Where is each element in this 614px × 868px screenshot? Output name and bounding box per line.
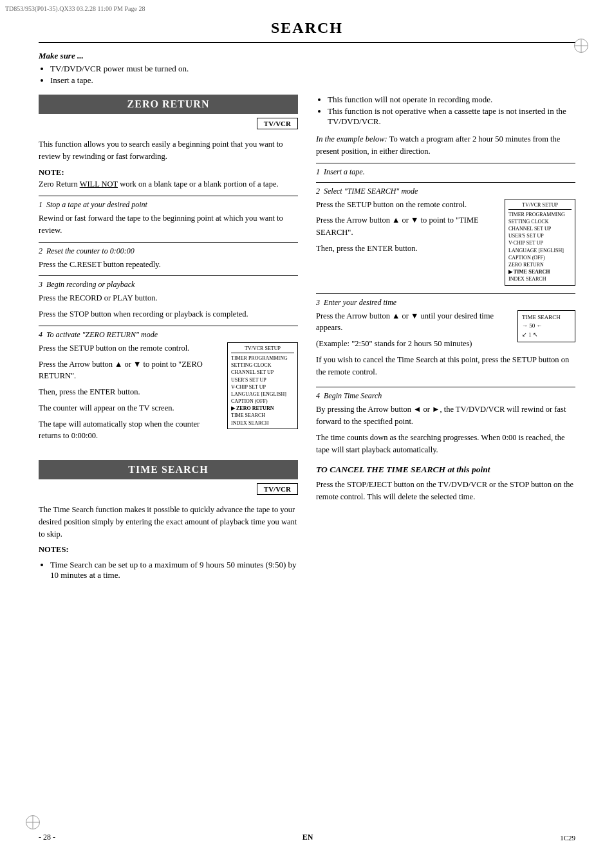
cancel-body: Press the STOP/EJECT button on the TV/DV…: [316, 479, 575, 503]
time-search-menu-box: TV/VCR SETUP TIMER PROGRAMMING SETTING C…: [505, 199, 575, 286]
ts-step-4: 4 Begin Time Search By pressing the Arro…: [316, 387, 575, 456]
step3-body1: Press the RECORD or PLAY button.: [39, 292, 298, 304]
crosshair-top-right: [574, 39, 588, 53]
cancel-heading: TO CANCEL THE TIME SEARCH at this point: [316, 465, 575, 475]
ts-menu-item: V-CHIP SET UP: [508, 239, 572, 246]
right-column: This function will not operate in record…: [316, 95, 575, 589]
step3-title: 3 Begin recording or playback: [39, 280, 298, 290]
step1-body: Rewind or fast forward the tape to the b…: [39, 212, 298, 237]
ts-step4-title: 4 Begin Time Search: [316, 391, 575, 401]
zero-return-step-1: 1 Stop a tape at your desired point Rewi…: [39, 196, 298, 237]
ts-step1-title: 1 Insert a tape.: [316, 167, 575, 177]
zero-return-badge-container: TV/VCR: [39, 118, 298, 134]
ts-step-3: 3 Enter your desired time TIME SEARCH → …: [316, 293, 575, 382]
ts-step-1: 1 Insert a tape.: [316, 163, 575, 177]
ts-step2-title: 2 Select "TIME SEARCH" mode: [316, 187, 575, 196]
prerequisite-item: Insert a tape.: [50, 75, 575, 86]
step1-title: 1 Stop a tape at your desired point: [39, 200, 298, 210]
example-intro-label: In the example below:: [316, 134, 387, 143]
crosshair-bottom-left: [26, 815, 40, 829]
time-search-intro: The Time Search function makes it possib…: [39, 504, 298, 540]
time-display-line1: TIME SEARCH: [522, 313, 571, 322]
zero-return-badge: TV/VCR: [257, 118, 298, 129]
menu-item: INDEX SEARCH: [231, 420, 294, 427]
time-search-badge: TV/VCR: [257, 483, 298, 495]
time-display-box: TIME SEARCH → 50 ← ↙ 1 ↖: [517, 310, 575, 343]
left-column: ZERO RETURN TV/VCR This function allows …: [39, 95, 298, 589]
notes-label: NOTES:: [39, 545, 69, 554]
footer-code: 1C29: [560, 834, 575, 842]
ts-menu-item: INDEX SEARCH: [508, 275, 572, 282]
zero-return-intro: This function allows you to search easil…: [39, 138, 298, 163]
zero-return-note-label: NOTE: Zero Return WILL NOT work on a bla…: [39, 167, 298, 191]
will-not: WILL NOT: [80, 180, 118, 189]
page-footer: - 28 - EN 1C29: [0, 833, 614, 842]
footer-lang: EN: [302, 833, 313, 842]
menu-item: CHANNEL SET UP: [231, 369, 294, 376]
menu-item: CAPTION (OFF): [231, 398, 294, 405]
page-title: SEARCH: [39, 19, 575, 43]
note-text: Zero Return WILL NOT work on a blank tap…: [39, 180, 279, 189]
zero-return-step-2: 2 Reset the counter to 0:00:00 Press the…: [39, 242, 298, 271]
ts-menu-item: TIMER PROGRAMMING: [508, 211, 572, 218]
step3-body2: Press the STOP button when recording or …: [39, 308, 298, 320]
ts-menu-item-selected: TIME SEARCH: [508, 268, 572, 275]
zero-return-menu-box: TV/VCR SETUP TIMER PROGRAMMING SETTING C…: [227, 342, 298, 429]
ts-menu-item: SETTING CLOCK: [508, 218, 572, 225]
make-sure-label: Make sure ...: [39, 51, 575, 61]
page: TD853/953(P01-35).QX33 03.2.28 11:00 PM …: [0, 0, 614, 868]
footer-page: - 28 -: [39, 833, 55, 842]
menu-item: TIMER PROGRAMMING: [231, 355, 294, 362]
ts-step3-title: 3 Enter your desired time: [316, 298, 575, 308]
file-ref: TD853/953(P01-35).QX33 03.2.28 11:00 PM …: [5, 5, 145, 12]
ts-menu-item: CHANNEL SET UP: [508, 225, 572, 232]
zero-return-step-4: 4 To activate "ZERO RETURN" mode TV/VCR …: [39, 326, 298, 446]
menu-item: LANGUAGE [ENGLISH]: [231, 391, 294, 398]
menu-item-selected: ZERO RETURN: [231, 405, 294, 412]
ts-step4-body2: The time counts down as the searching pr…: [316, 432, 575, 456]
zero-return-step-3: 3 Begin recording or playback Press the …: [39, 275, 298, 320]
ts-step-2: 2 Select "TIME SEARCH" mode TV/VCR SETUP…: [316, 182, 575, 288]
ts-menu-title: TV/VCR SETUP: [508, 201, 572, 210]
time-search-notes-list: Time Search can be set up to a maximum o…: [50, 560, 298, 580]
right-bullet-1: This function will not operate in record…: [328, 95, 575, 105]
ts-menu-item: CAPTION (OFF): [508, 254, 572, 261]
prerequisites-list: TV/DVD/VCR power must be turned on. Inse…: [50, 64, 575, 86]
right-bullet-2: This function is not operative when a ca…: [328, 106, 575, 127]
right-col-bullets: This function will not operate in record…: [328, 95, 575, 127]
time-display-line2: → 50 ←: [522, 322, 571, 331]
note-label: NOTE:: [39, 168, 64, 177]
menu-item: SETTING CLOCK: [231, 362, 294, 369]
menu-item: V-CHIP SET UP: [231, 383, 294, 391]
ts-step3-body3: If you wish to cancel the Time Search at…: [316, 354, 575, 378]
step2-body: Press the C.RESET button repeatedly.: [39, 259, 298, 271]
ts-menu-item: ZERO RETURN: [508, 261, 572, 268]
step4-title: 4 To activate "ZERO RETURN" mode: [39, 330, 298, 340]
zero-return-heading: ZERO RETURN: [39, 95, 298, 114]
time-search-notes-label: NOTES:: [39, 544, 298, 556]
time-search-badge-container: TV/VCR: [39, 483, 298, 500]
time-search-heading: TIME SEARCH: [39, 460, 298, 479]
example-intro: In the example below: To watch a program…: [316, 133, 575, 158]
main-content: ZERO RETURN TV/VCR This function allows …: [39, 95, 575, 589]
menu-item: USER'S SET UP: [231, 376, 294, 383]
time-search-note-item: Time Search can be set up to a maximum o…: [50, 560, 298, 580]
ts-menu-item: LANGUAGE [ENGLISH]: [508, 247, 572, 254]
cancel-section: TO CANCEL THE TIME SEARCH at this point …: [316, 465, 575, 503]
menu-item: TIME SEARCH: [231, 412, 294, 419]
ts-menu-item: USER'S SET UP: [508, 232, 572, 239]
menu-title: TV/VCR SETUP: [231, 345, 294, 353]
time-display-line3: ↙ 1 ↖: [522, 331, 571, 340]
step2-title: 2 Reset the counter to 0:00:00: [39, 246, 298, 256]
ts-step4-body1: By pressing the Arrow button ◄ or ►, the…: [316, 403, 575, 428]
prerequisite-item: TV/DVD/VCR power must be turned on.: [50, 64, 575, 74]
